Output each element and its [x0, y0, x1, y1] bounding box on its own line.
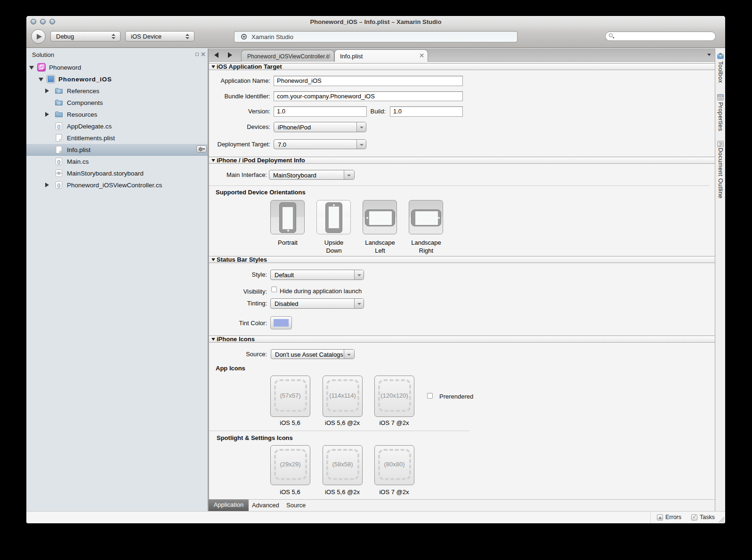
- svg-text:{}: {}: [57, 160, 61, 164]
- svg-text:{}: {}: [57, 124, 61, 129]
- svg-text:{}: {}: [57, 183, 61, 188]
